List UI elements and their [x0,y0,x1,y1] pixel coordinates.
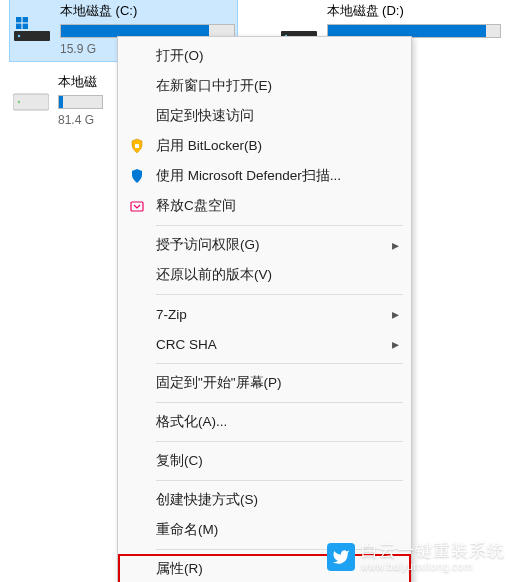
chevron-right-icon: ▸ [392,237,399,253]
menu-separator [156,363,403,364]
menu-format[interactable]: 格式化(A)... [118,407,411,437]
svg-rect-10 [135,144,139,148]
menu-bitlocker[interactable]: 启用 BitLocker(B) [118,131,411,161]
context-menu: 打开(O) 在新窗口中打开(E) 固定到快速访问 启用 BitLocker(B)… [117,36,412,582]
chevron-right-icon: ▸ [392,306,399,322]
svg-rect-3 [16,17,22,23]
defender-shield-icon [128,167,146,185]
menu-defender-scan[interactable]: 使用 Microsoft Defender扫描... [118,161,411,191]
menu-grant-access[interactable]: 授予访问权限(G) ▸ [118,230,411,260]
menu-separator [156,441,403,442]
menu-crc-sha[interactable]: CRC SHA ▸ [118,329,411,359]
drive-c-name: 本地磁盘 (C:) [60,2,235,20]
menu-pin-quick-access[interactable]: 固定到快速访问 [118,101,411,131]
svg-rect-11 [131,202,143,211]
menu-pin-start[interactable]: 固定到"开始"屏幕(P) [118,368,411,398]
drive-e-free: 81.4 G [58,113,103,127]
bitlocker-icon [128,137,146,155]
chevron-right-icon: ▸ [392,336,399,352]
menu-create-shortcut[interactable]: 创建快捷方式(S) [118,485,411,515]
drive-d-name: 本地磁盘 (D:) [327,2,502,20]
menu-separator [156,480,403,481]
menu-copy[interactable]: 复制(C) [118,446,411,476]
drive-e-usage-bar [58,95,103,109]
watermark-logo-icon [327,543,355,571]
menu-open-new-window[interactable]: 在新窗口中打开(E) [118,71,411,101]
menu-open[interactable]: 打开(O) [118,41,411,71]
drive-e-name: 本地磁 [58,73,103,91]
windows-drive-icon [12,10,52,46]
menu-restore-versions[interactable]: 还原以前的版本(V) [118,260,411,290]
svg-point-1 [18,35,20,37]
watermark-url: www.baiyunxitong.com [361,561,505,572]
menu-separator [156,294,403,295]
svg-point-9 [18,101,20,103]
hdd-drive-icon [12,81,50,117]
menu-separator [156,225,403,226]
menu-7zip[interactable]: 7-Zip ▸ [118,299,411,329]
menu-free-c-space[interactable]: 释放C盘空间 [118,191,411,221]
cleanup-icon [128,197,146,215]
drive-e[interactable]: 本地磁 81.4 G [10,71,105,129]
watermark-title: 白云一键重装系统 [361,542,505,561]
drive-e-usage-fill [59,96,63,108]
watermark: 白云一键重装系统 www.baiyunxitong.com [327,542,505,572]
menu-separator [156,402,403,403]
